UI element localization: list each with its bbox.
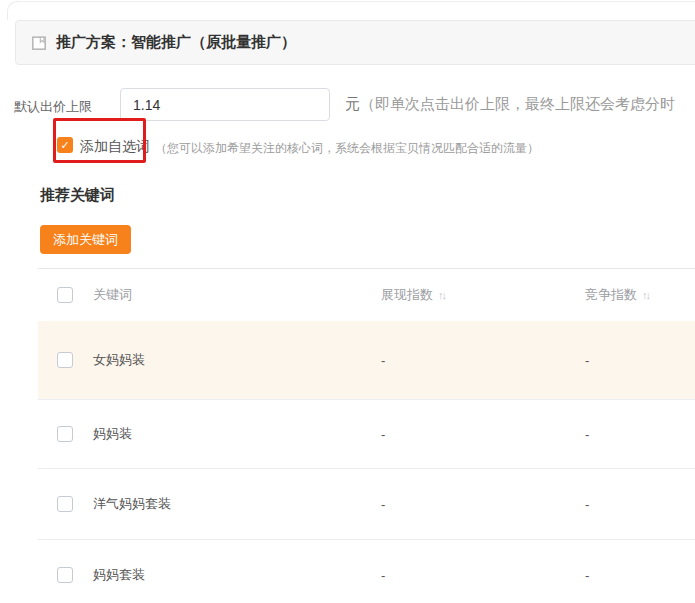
impression-cell: -: [381, 568, 385, 583]
keyword-cell: 妈妈套装: [93, 566, 145, 584]
bid-suffix-text: 元（即单次点击出价上限，最终上限还会考虑分时: [345, 95, 675, 114]
keywords-table: 关键词 展现指数↑↓ 竞争指数↑↓ 女妈妈装 - - 妈妈装 - - 洋气妈妈套…: [38, 268, 695, 603]
bid-limit-label: 默认出价上限: [14, 98, 92, 116]
competition-cell: -: [585, 568, 589, 583]
column-header-keyword: 关键词: [93, 286, 132, 304]
plan-title: 推广方案：智能推广（原批量推广）: [56, 33, 296, 52]
keyword-cell: 妈妈装: [93, 425, 132, 443]
row-checkbox[interactable]: [57, 567, 73, 583]
table-row[interactable]: 女妈妈装 - -: [38, 321, 695, 400]
column-header-competition[interactable]: 竞争指数↑↓: [585, 286, 649, 304]
keyword-cell: 洋气妈妈套装: [93, 495, 171, 513]
sort-arrows-icon[interactable]: ↑↓: [438, 289, 445, 301]
row-checkbox[interactable]: [57, 426, 73, 442]
table-row[interactable]: 妈妈装 - -: [38, 400, 695, 469]
impression-cell: -: [381, 353, 385, 368]
card-top-border: [20, 1, 695, 2]
impression-cell: -: [381, 427, 385, 442]
plan-header-bar: 推广方案：智能推广（原批量推广）: [15, 20, 695, 65]
custom-words-label: 添加自选词: [80, 138, 150, 156]
bid-unit: 元: [345, 95, 360, 112]
custom-words-note: （您可以添加希望关注的核心词，系统会根据宝贝情况匹配合适的流量）: [155, 140, 539, 157]
table-row[interactable]: 洋气妈妈套装 - -: [38, 469, 695, 540]
table-header-row: 关键词 展现指数↑↓ 竞争指数↑↓: [38, 269, 695, 321]
column-header-impression[interactable]: 展现指数↑↓: [381, 286, 445, 304]
recommended-keywords-title: 推荐关键词: [40, 186, 115, 205]
competition-cell: -: [585, 497, 589, 512]
bid-limit-input[interactable]: [120, 88, 330, 121]
bid-note: （即单次点击出价上限，最终上限还会考虑分时: [360, 95, 675, 112]
row-checkbox[interactable]: [57, 352, 73, 368]
sort-arrows-icon[interactable]: ↑↓: [642, 289, 649, 301]
checkmark-icon: ✓: [60, 140, 69, 151]
select-all-checkbox[interactable]: [57, 287, 73, 303]
competition-cell: -: [585, 353, 589, 368]
competition-cell: -: [585, 427, 589, 442]
table-row[interactable]: 妈妈套装 - -: [38, 540, 695, 603]
keyword-cell: 女妈妈装: [93, 351, 145, 369]
custom-words-checkbox[interactable]: ✓: [57, 137, 73, 153]
card-corner-border: [7, 1, 34, 20]
row-checkbox[interactable]: [57, 496, 73, 512]
plan-bookmark-icon: [31, 35, 47, 51]
impression-cell: -: [381, 497, 385, 512]
add-keyword-button[interactable]: 添加关键词: [40, 225, 131, 254]
